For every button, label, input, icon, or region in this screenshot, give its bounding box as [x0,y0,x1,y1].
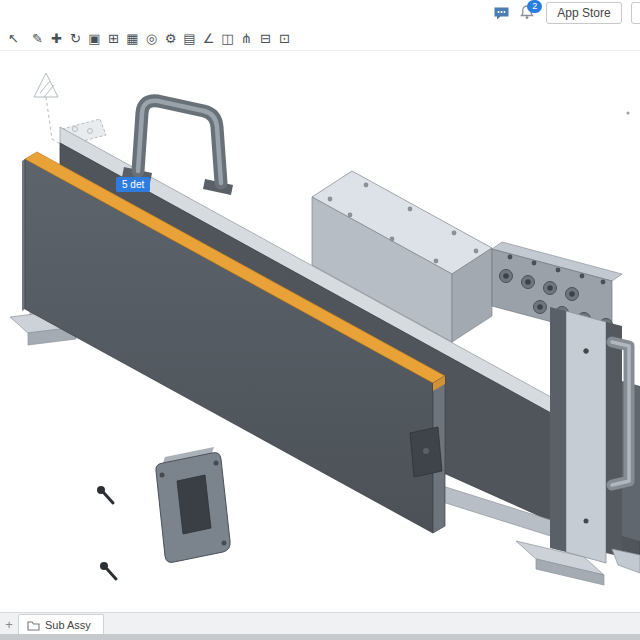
mate-connector-icon[interactable]: ⚙ [161,28,180,48]
tab-sub-assy[interactable]: Sub Assy [18,614,104,635]
circular-pattern-icon[interactable]: ◎ [142,28,161,48]
revolve-mate-icon[interactable]: ↻ [66,28,85,48]
selection-tooltip: 5 det [116,177,150,192]
branch-icon[interactable]: ⋔ [237,28,256,48]
viewport-3d[interactable]: 5 det [0,51,640,612]
notifications-icon[interactable]: 2 [519,4,537,22]
group-icon[interactable]: ▣ [85,28,104,48]
end-frame[interactable] [550,307,640,563]
measure-icon[interactable]: ∠ [199,28,218,48]
top-bar-right: 2 App Store Le [492,2,640,24]
notification-badge: 2 [527,0,542,13]
loose-bracket[interactable] [156,447,230,562]
end-frame-bar-right [606,322,622,557]
app-store-button[interactable]: App Store [546,2,621,24]
screw-2[interactable] [100,562,116,579]
add-tab-button[interactable]: + [0,615,18,635]
panel-handle-dot [627,112,630,115]
fasten-mate-icon[interactable]: ✚ [47,28,66,48]
insert-icon[interactable]: ⊞ [104,28,123,48]
model-canvas[interactable] [0,51,640,612]
select-tool-icon[interactable]: ↖ [4,28,23,48]
chat-bubble-icon[interactable] [492,4,510,22]
bottom-strip [0,634,640,640]
bom-icon[interactable]: ⊟ [256,28,275,48]
tab-label: Sub Assy [45,619,91,631]
named-views-icon[interactable]: ▤ [180,28,199,48]
sketch-icon[interactable]: ✎ [28,28,47,48]
screw-1[interactable] [97,486,113,503]
linear-pattern-icon[interactable]: ▦ [123,28,142,48]
top-bar: 2 App Store Le [0,0,640,26]
snapshot-icon[interactable]: ◫ [218,28,237,48]
folder-icon [27,620,40,631]
learning-center-button[interactable]: Le [631,2,640,24]
bottom-tab-bar: + Sub Assy [0,612,640,635]
display-options-icon[interactable]: ⊡ [275,28,294,48]
cad-app-window: 2 App Store Le ↖ ✎ ✚ ↻ ▣ ⊞ ▦ ◎ ⚙ ▤ ∠ ◫ ⋔… [0,0,640,640]
end-frame-bar-left [550,307,566,552]
assembly-toolbar: ↖ ✎ ✚ ↻ ▣ ⊞ ▦ ◎ ⚙ ▤ ∠ ◫ ⋔ ⊟ ⊡ [0,26,640,51]
